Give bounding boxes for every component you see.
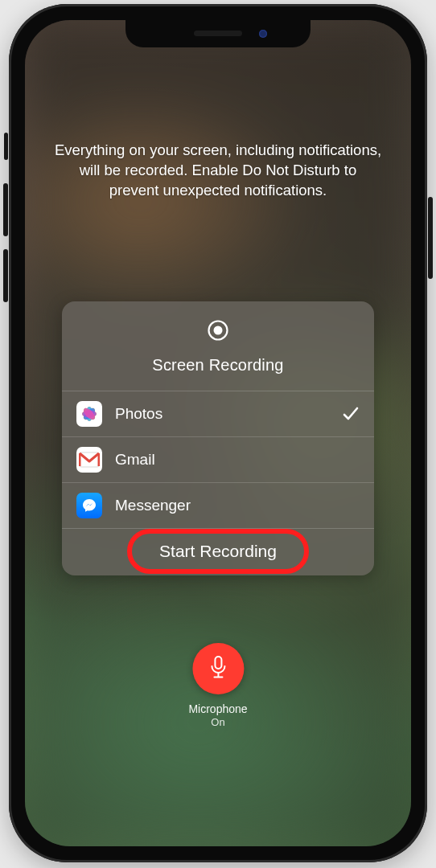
microphone-toggle-button[interactable] xyxy=(192,643,244,694)
app-row-messenger[interactable]: Messenger xyxy=(62,483,374,528)
app-label: Messenger xyxy=(115,497,360,514)
svg-rect-11 xyxy=(215,657,221,669)
panel-header: Screen Recording xyxy=(62,301,374,391)
microphone-control: Microphone On xyxy=(188,643,247,728)
microphone-icon xyxy=(208,655,228,682)
power-button[interactable] xyxy=(428,197,433,279)
notch xyxy=(125,20,311,47)
mute-switch[interactable] xyxy=(4,133,8,160)
microphone-label: Microphone xyxy=(188,702,247,715)
app-label: Gmail xyxy=(115,451,360,469)
app-row-photos[interactable]: Photos xyxy=(62,391,374,437)
gmail-icon xyxy=(76,447,102,473)
checkmark-icon xyxy=(342,405,360,423)
phone-frame: Everything on your screen, including not… xyxy=(9,4,427,862)
recording-info-text: Everything on your screen, including not… xyxy=(25,141,411,201)
screen: Everything on your screen, including not… xyxy=(25,20,411,846)
app-destination-list[interactable]: Photos Gmail xyxy=(62,391,374,528)
app-label: Photos xyxy=(115,405,329,423)
volume-down-button[interactable] xyxy=(3,249,8,302)
record-icon xyxy=(207,319,229,342)
messenger-icon xyxy=(76,493,102,518)
volume-up-button[interactable] xyxy=(3,183,8,236)
panel-title: Screen Recording xyxy=(70,356,366,375)
start-recording-label: Start Recording xyxy=(159,542,277,560)
screen-recording-panel: Screen Recording xyxy=(62,301,374,575)
start-recording-button[interactable]: Start Recording xyxy=(62,528,374,575)
photos-icon xyxy=(76,401,102,427)
microphone-state: On xyxy=(188,716,247,728)
app-row-gmail[interactable]: Gmail xyxy=(62,437,374,483)
svg-point-1 xyxy=(214,326,223,335)
